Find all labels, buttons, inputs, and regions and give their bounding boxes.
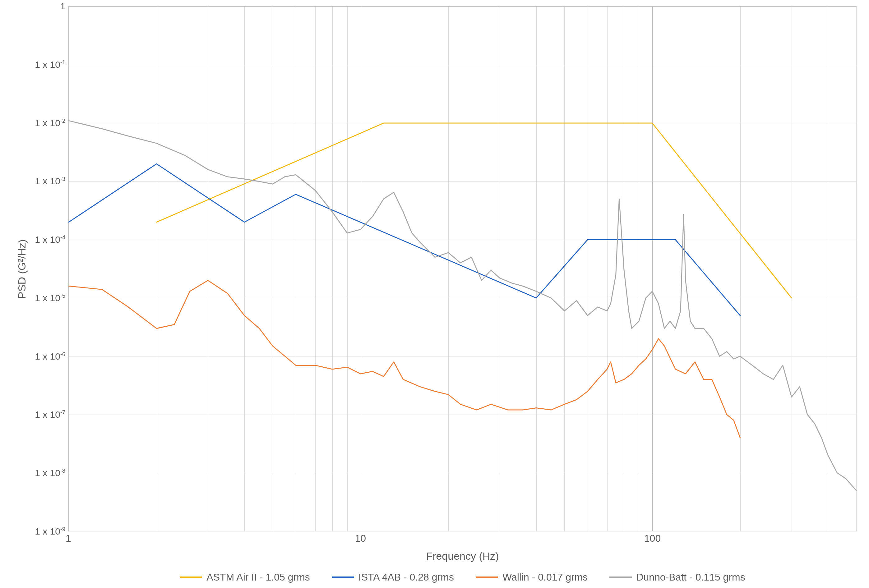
x-tick-labels: 110100 (68, 532, 857, 547)
y-tick: 1 x 10-2 (35, 118, 65, 128)
x-tick: 10 (355, 533, 366, 544)
series-line (157, 123, 792, 298)
legend-swatch (476, 576, 498, 578)
y-tick: 1 x 10-1 (35, 59, 65, 70)
y-tick: 1 (60, 1, 65, 12)
legend-item: Wallin - 0.017 grms (476, 572, 588, 583)
y-tick: 1 x 10-3 (35, 176, 65, 187)
legend-item: ISTA 4AB - 0.28 grms (332, 572, 454, 583)
y-tick: 1 x 10-5 (35, 293, 65, 303)
legend: ASTM Air II - 1.05 grmsISTA 4AB - 0.28 g… (68, 572, 857, 583)
plot-row: PSD (G²/Hz) 1 x 10-91 x 10-81 x 10-71 x … (12, 6, 857, 532)
legend-swatch (180, 576, 202, 578)
x-tick: 1 (65, 533, 71, 544)
y-axis-label: PSD (G²/Hz) (16, 239, 28, 299)
y-tick: 1 x 10-7 (35, 409, 65, 420)
legend-item: Dunno-Batt - 0.115 grms (609, 572, 745, 583)
y-tick: 1 x 10-4 (35, 234, 65, 245)
y-tick: 1 x 10-8 (35, 468, 65, 478)
plot-area (68, 6, 857, 532)
y-tick-labels: 1 x 10-91 x 10-81 x 10-71 x 10-61 x 10-5… (31, 6, 68, 532)
y-axis-label-container: PSD (G²/Hz) (12, 6, 31, 532)
legend-label: ASTM Air II - 1.05 grms (206, 572, 310, 583)
psd-chart: PSD (G²/Hz) 1 x 10-91 x 10-81 x 10-71 x … (0, 0, 869, 588)
series-line (69, 164, 740, 315)
x-axis-label: Frequency (Hz) (68, 550, 857, 562)
x-tick: 100 (644, 533, 661, 544)
series-line (69, 280, 740, 438)
gridline-v (856, 6, 857, 531)
y-axis-label-text: PSD (G²/Hz) (16, 239, 28, 299)
y-tick: 1 x 10-9 (35, 526, 65, 537)
legend-label: Wallin - 0.017 grms (503, 572, 588, 583)
x-axis-label-text: Frequency (Hz) (426, 550, 499, 562)
legend-item: ASTM Air II - 1.05 grms (180, 572, 310, 583)
plot-svg (69, 6, 856, 531)
legend-label: ISTA 4AB - 0.28 grms (359, 572, 454, 583)
y-tick: 1 x 10-6 (35, 351, 65, 362)
legend-label: Dunno-Batt - 0.115 grms (636, 572, 745, 583)
series-line (69, 121, 856, 490)
legend-swatch (332, 576, 354, 578)
legend-swatch (609, 576, 632, 578)
